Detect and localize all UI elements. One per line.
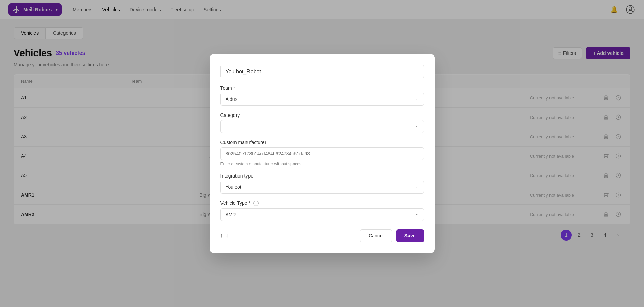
category-field: Category [220, 112, 424, 133]
team-label: Team * [220, 85, 424, 91]
team-field: Team * Aldus Big warehouse [220, 85, 424, 106]
integration-select[interactable]: Youibot [220, 181, 424, 194]
vehicle-type-field: Vehicle Type * i AMR [220, 200, 424, 221]
modal-nav-icons: ↑ ↓ [220, 233, 229, 239]
manufacturer-label: Custom manufacturer [220, 140, 424, 145]
modal-overlay: Team * Aldus Big warehouse Category Cust… [0, 0, 644, 307]
integration-label: Integration type [220, 173, 424, 179]
vehicle-type-info-icon[interactable]: i [253, 201, 259, 206]
vehicle-type-label: Vehicle Type * i [220, 200, 424, 206]
scroll-up-icon[interactable]: ↑ [220, 233, 223, 239]
integration-field: Integration type Youibot [220, 173, 424, 194]
manufacturer-field: Custom manufacturer Enter a custom manuf… [220, 140, 424, 166]
modal-footer: ↑ ↓ Cancel Save [220, 229, 424, 242]
save-button[interactable]: Save [396, 229, 424, 242]
modal-footer-buttons: Cancel Save [360, 229, 424, 242]
manufacturer-input[interactable] [220, 147, 424, 160]
vehicle-name-input[interactable] [220, 65, 424, 78]
scroll-down-icon[interactable]: ↓ [226, 233, 229, 239]
category-select[interactable] [220, 120, 424, 133]
team-select[interactable]: Aldus Big warehouse [220, 93, 424, 106]
cancel-button[interactable]: Cancel [360, 229, 392, 242]
category-label: Category [220, 112, 424, 118]
vehicle-type-select[interactable]: AMR [220, 208, 424, 221]
modal: Team * Aldus Big warehouse Category Cust… [210, 54, 435, 253]
manufacturer-hint: Enter a custom manufacturer without spac… [220, 162, 424, 166]
